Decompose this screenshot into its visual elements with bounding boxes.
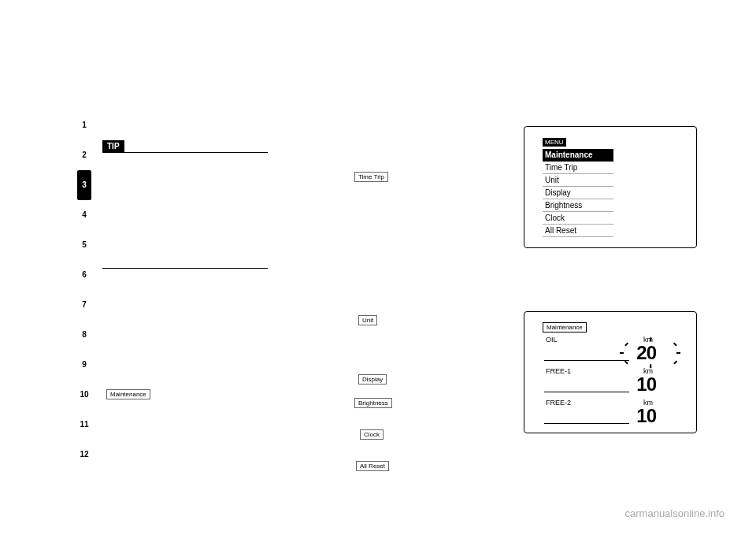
divider	[544, 423, 629, 424]
flashing-ticks-icon	[623, 341, 680, 366]
chapter-num: 8	[77, 320, 91, 350]
maintenance-label-box: Maintenance	[106, 389, 150, 399]
chapter-number-strip: 1 2 3 4 5 6 7 8 9 10 11 12	[77, 110, 91, 470]
time-trip-label-box: Time Trip	[354, 172, 388, 182]
divider	[102, 268, 268, 269]
free1-value: 10	[636, 373, 656, 396]
divider	[544, 360, 629, 361]
watermark: carmanualsonline.info	[625, 507, 724, 519]
divider	[102, 152, 268, 153]
display-label-box: Display	[358, 374, 387, 385]
maintenance-row-oil: OIL km 20	[543, 336, 678, 364]
maintenance-row-free1: FREE-1 km 10	[543, 367, 678, 396]
menu-item-clock: Clock	[543, 212, 613, 225]
brightness-label-box: Brightness	[354, 398, 392, 408]
menu-item-display: Display	[543, 187, 613, 199]
unit-label-box: Unit	[358, 315, 377, 325]
page: 1 2 3 4 5 6 7 8 9 10 11 12 TIP Maintenan…	[0, 0, 756, 535]
tip-label: TIP	[102, 140, 124, 152]
menu-item-all-reset: All Reset	[543, 225, 613, 237]
tip-callout: TIP	[102, 140, 268, 153]
clock-label-box: Clock	[360, 429, 384, 440]
chapter-num: 11	[77, 410, 91, 440]
free2-label: FREE-2	[546, 399, 571, 407]
menu-item-time-trip: Time Trip	[543, 162, 613, 174]
free2-value: 10	[636, 405, 656, 427]
lcd-screen-maintenance: Maintenance OIL km 20 FREE-1	[524, 311, 697, 433]
chapter-num: 2	[77, 140, 91, 170]
chapter-num: 3	[77, 170, 91, 200]
chapter-num: 7	[77, 290, 91, 320]
all-reset-label-box: All Reset	[356, 461, 389, 471]
maintenance-heading: Maintenance	[543, 322, 587, 333]
menu-heading: MENU	[543, 138, 566, 147]
chapter-num: 4	[77, 200, 91, 230]
lcd-screen-menu: MENU Maintenance Time Trip Unit Display …	[524, 126, 697, 248]
menu-item-unit: Unit	[543, 174, 613, 187]
chapter-num: 6	[77, 260, 91, 290]
free1-label: FREE-1	[546, 367, 571, 375]
chapter-num: 5	[77, 230, 91, 260]
chapter-num: 9	[77, 350, 91, 380]
chapter-num: 12	[77, 440, 91, 470]
chapter-num: 10	[77, 380, 91, 410]
menu-item-maintenance: Maintenance	[543, 149, 613, 162]
oil-label: OIL	[546, 336, 558, 344]
divider	[544, 392, 629, 392]
menu-item-brightness: Brightness	[543, 199, 613, 212]
maintenance-row-free2: FREE-2 km 10	[543, 399, 678, 427]
chapter-num: 1	[77, 110, 91, 140]
